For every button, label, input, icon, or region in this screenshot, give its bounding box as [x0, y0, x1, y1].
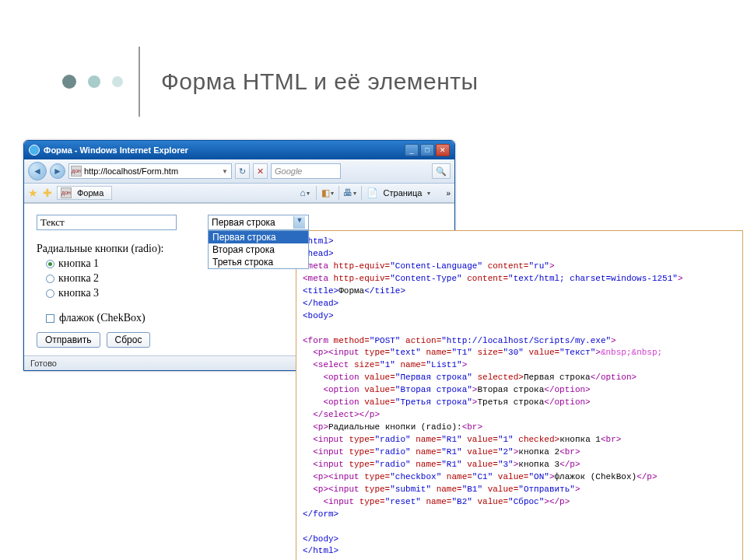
- slide-header: Форма HTML и её элементы: [62, 47, 724, 117]
- select-option[interactable]: Третья строка: [209, 256, 308, 268]
- select-option[interactable]: Первая строка: [209, 231, 308, 243]
- tab-favicon-icon: дон: [61, 187, 72, 198]
- toolbar-sep: [361, 186, 362, 200]
- favicon-icon: дон: [71, 166, 82, 177]
- submit-button[interactable]: Отправить: [37, 332, 100, 348]
- maximize-button[interactable]: □: [420, 144, 434, 156]
- titlebar[interactable]: Форма - Windows Internet Explorer _ □ ✕: [24, 141, 454, 159]
- search-input[interactable]: Google: [271, 163, 341, 179]
- slide-title: Форма HTML и её элементы: [161, 68, 479, 95]
- address-bar[interactable]: дон http://localhost/Form.htm ▼: [68, 163, 232, 179]
- refresh-button[interactable]: ↻: [235, 163, 250, 179]
- select-option[interactable]: Вторая строка: [209, 243, 308, 256]
- feeds-icon[interactable]: ◧▾: [321, 187, 334, 199]
- source-code-panel: <html> <head> <meta http-equiv="Content-…: [296, 230, 743, 560]
- add-favorite-icon[interactable]: ✚: [43, 187, 52, 199]
- select-dropdown[interactable]: Первая строка Вторая строка Третья строк…: [208, 230, 309, 269]
- print-icon[interactable]: 🖶▾: [344, 187, 356, 199]
- stop-button[interactable]: ✕: [253, 163, 268, 179]
- bullet-dot-1: [62, 75, 76, 89]
- command-toolbar: ★ ✚ дон Форма ⌂▾ ◧▾ 🖶▾ 📄 Страница▾ »: [24, 184, 454, 203]
- search-placeholder: Google: [275, 166, 302, 176]
- select-value: Первая строка: [212, 217, 275, 228]
- page-menu-icon[interactable]: 📄: [366, 187, 379, 199]
- radio-label: кнопка 3: [58, 287, 99, 299]
- select-dropdown-icon[interactable]: ▼: [293, 216, 305, 229]
- toolbar-sep: [316, 186, 317, 200]
- toolbar-sep: [338, 186, 339, 200]
- select-list[interactable]: Первая строка ▼ Первая строка Вторая стр…: [208, 215, 309, 230]
- back-button[interactable]: ◄: [28, 162, 47, 180]
- browser-tab[interactable]: дон Форма: [57, 186, 112, 200]
- radio-label: кнопка 2: [58, 272, 99, 285]
- page-menu-label[interactable]: Страница: [384, 188, 423, 198]
- radio-label: кнопка 1: [58, 257, 99, 270]
- radio-icon[interactable]: [46, 275, 54, 283]
- status-text: Готово: [30, 359, 57, 368]
- minimize-button[interactable]: _: [405, 144, 419, 156]
- nav-toolbar: ◄ ► дон http://localhost/Form.htm ▼ ↻ ✕ …: [24, 159, 454, 184]
- url-text: http://localhost/Form.htm: [84, 166, 178, 176]
- text-input[interactable]: [37, 215, 177, 230]
- search-go-button[interactable]: 🔍: [432, 163, 451, 179]
- home-icon[interactable]: ⌂▾: [299, 187, 311, 199]
- overflow-icon[interactable]: »: [446, 189, 451, 198]
- bullet-dot-2: [88, 75, 100, 88]
- radio-icon[interactable]: [46, 260, 54, 268]
- ie-icon: [29, 145, 40, 156]
- radio-icon[interactable]: [46, 289, 54, 298]
- address-dropdown-icon[interactable]: ▼: [220, 168, 230, 175]
- close-button[interactable]: ✕: [436, 144, 450, 156]
- bullet-dot-3: [112, 76, 123, 87]
- window-title: Форма - Windows Internet Explorer: [44, 145, 188, 155]
- reset-button[interactable]: Сброс: [107, 332, 151, 348]
- checkbox-icon[interactable]: [46, 314, 54, 323]
- favorites-star-icon[interactable]: ★: [28, 187, 38, 199]
- title-divider: [139, 47, 140, 117]
- forward-button[interactable]: ►: [50, 163, 65, 179]
- tab-label: Форма: [77, 188, 103, 198]
- checkbox-label: флажок (ChekBox): [59, 312, 146, 324]
